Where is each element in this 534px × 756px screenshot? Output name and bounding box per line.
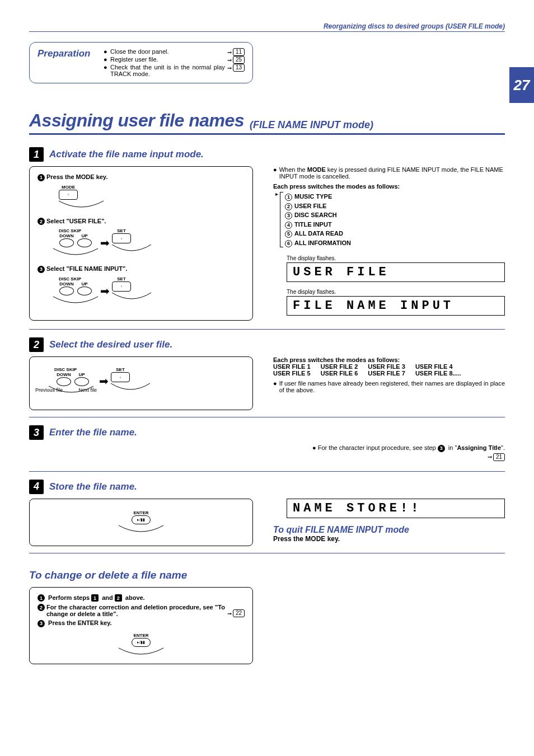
key-label: DOWN bbox=[57, 372, 71, 377]
key-label: UP bbox=[77, 233, 92, 238]
header-rule bbox=[29, 31, 505, 32]
up-key-icon bbox=[77, 287, 92, 295]
mode-item: 3DISC SEARCH bbox=[280, 210, 505, 220]
step-number: 2 bbox=[29, 337, 44, 352]
change-title: To change or delete a file name bbox=[29, 569, 505, 581]
page-ref: ➞22 bbox=[227, 609, 245, 617]
enter-key-diagram: ENTER ▸/▮▮ bbox=[119, 510, 163, 534]
step-number: 3 bbox=[29, 425, 44, 440]
step-1-content: 1Press the MODE key. MODE ◦ 2Select "USE… bbox=[29, 166, 505, 322]
page-number: 27 bbox=[509, 67, 534, 103]
section-rule bbox=[29, 553, 505, 553]
key-label: SET bbox=[112, 228, 131, 233]
arrow-right-icon: ➡ bbox=[100, 284, 110, 298]
user-file-item: USER FILE 7 bbox=[368, 370, 405, 377]
page-ref: ➞25 bbox=[227, 56, 245, 64]
mode-item: 6ALL INFORMATION bbox=[280, 238, 505, 248]
sub-label: For the character correction and deletio… bbox=[46, 604, 225, 617]
preparation-label: Preparation bbox=[38, 48, 93, 77]
sub-label: Press the MODE key. bbox=[46, 173, 107, 180]
step-3-right: ● For the character input procedure, see… bbox=[273, 444, 505, 464]
user-file-item: USER FILE 1 bbox=[273, 363, 311, 370]
sub-number-icon: 3 bbox=[38, 266, 45, 273]
key-label: DISC SKIP bbox=[53, 276, 87, 281]
prev-file-label: Previous file bbox=[35, 387, 63, 393]
sub-number-icon: 1 bbox=[38, 174, 45, 181]
note-row: ● If user file names have already been r… bbox=[273, 380, 505, 393]
set-key-icon: ◦ bbox=[111, 372, 130, 382]
key-label: DISC SKIP bbox=[49, 367, 82, 372]
note-text: If user file names have already been reg… bbox=[279, 380, 505, 393]
quit-title: To quit FILE NAME INPUT mode bbox=[273, 525, 505, 535]
note-row: ● When the MODE key is pressed during FI… bbox=[273, 166, 505, 180]
step-3-header: 3 Enter the file name. bbox=[29, 425, 505, 440]
step-4-box: ENTER ▸/▮▮ bbox=[29, 499, 253, 546]
lcd-display: USER FILE bbox=[287, 262, 505, 282]
step-title: Activate the file name input mode. bbox=[49, 149, 204, 160]
page-ref: ➞13 bbox=[227, 64, 245, 72]
lcd-caption: The display flashes. bbox=[287, 255, 505, 261]
set-key-icon: ◦ bbox=[112, 281, 131, 292]
step-1-box: 1Press the MODE key. MODE ◦ 2Select "USE… bbox=[29, 166, 253, 321]
key-label: ENTER bbox=[38, 633, 245, 638]
disc-skip-diagram: DISC SKIP DOWN UP bbox=[59, 228, 245, 257]
step-1-header: 1 Activate the file name input mode. bbox=[29, 147, 505, 162]
sub-label: Select "FILE NAME INPUT". bbox=[46, 265, 127, 272]
enter-key-icon: ▸/▮▮ bbox=[132, 638, 151, 647]
step-4-header: 4 Store the file name. bbox=[29, 480, 505, 494]
user-file-item: USER FILE 2 bbox=[321, 363, 358, 370]
section-rule bbox=[29, 417, 505, 417]
note-text: For the character input procedure, see s… bbox=[318, 444, 505, 451]
preparation-items: ● Close the door panel. ➞11 ● Register u… bbox=[104, 48, 245, 77]
step-number: 4 bbox=[29, 480, 44, 494]
enter-key-diagram: ENTER ▸/▮▮ bbox=[38, 633, 245, 657]
mode-key-diagram: MODE ◦ bbox=[59, 185, 245, 210]
key-label: UP bbox=[74, 372, 89, 377]
curve-icon bbox=[111, 382, 150, 392]
curve-icon bbox=[119, 524, 163, 534]
mode-list: ▸ 1MUSIC TYPE 2USER FILE 3DISC SEARCH 4T… bbox=[280, 192, 505, 247]
key-label: SET bbox=[111, 367, 130, 372]
key-label: ENTER bbox=[119, 510, 163, 515]
step-title: Store the file name. bbox=[49, 481, 137, 492]
prep-text: Register user file. bbox=[110, 56, 225, 63]
mode-item: 2USER FILE bbox=[280, 201, 505, 211]
note-text: When the MODE key is pressed during FILE… bbox=[279, 166, 505, 180]
sub-number-icon: 1 bbox=[38, 594, 45, 602]
step-3-content: ● For the character input procedure, see… bbox=[29, 444, 505, 464]
sub-label: Select "USER FILE". bbox=[46, 218, 106, 224]
title-main: Assigning user file names bbox=[29, 110, 244, 131]
section-rule bbox=[29, 329, 505, 330]
section-rule bbox=[29, 471, 505, 472]
breadcrumb: Reorganizing discs to desired groups (US… bbox=[29, 22, 505, 30]
each-press-heading: Each press switches the modes as follows… bbox=[273, 183, 505, 190]
curve-icon bbox=[112, 243, 151, 253]
lcd-caption: The display flashes. bbox=[287, 289, 505, 295]
key-label: MODE bbox=[59, 185, 78, 190]
key-label: DISC SKIP bbox=[53, 228, 87, 233]
lcd-display: FILE NAME INPUT bbox=[287, 296, 505, 316]
prep-item: ● Check that the unit is in the normal p… bbox=[104, 64, 245, 77]
mode-item: 1MUSIC TYPE bbox=[280, 192, 505, 201]
curve-icon bbox=[53, 295, 98, 306]
disc-skip-diagram-2: DISC SKIP DOWN UP bbox=[59, 276, 245, 306]
sub-label: Perform steps 1 and 2 above. bbox=[48, 594, 145, 601]
step-title: Select the desired user file. bbox=[49, 339, 172, 350]
note-row: ● For the character input procedure, see… bbox=[273, 444, 505, 461]
quit-action: Press the MODE key. bbox=[273, 535, 505, 543]
step-2-box: DISC SKIP DOWN UP bbox=[29, 356, 253, 410]
set-key-icon: ◦ bbox=[112, 233, 131, 243]
key-label: UP bbox=[77, 281, 92, 287]
disc-skip-diagram-3: DISC SKIP DOWN UP bbox=[49, 367, 245, 395]
step-number: 1 bbox=[29, 147, 44, 162]
change-content: 1 Perform steps 1 and 2 above. 2 For the… bbox=[29, 587, 505, 664]
preparation-box: Preparation ● Close the door panel. ➞11 … bbox=[29, 42, 253, 83]
step-title: Enter the file name. bbox=[49, 427, 137, 438]
mode-key-icon: ◦ bbox=[59, 190, 78, 200]
next-file-label: Next file bbox=[78, 387, 97, 393]
step-4-content: ENTER ▸/▮▮ NAME STORE!! To quit FILE NAM… bbox=[29, 499, 505, 546]
arrow-right-icon: ➡ bbox=[100, 236, 110, 250]
step-4-right: NAME STORE!! To quit FILE NAME INPUT mod… bbox=[273, 499, 505, 546]
title-sub: (FILE NAME INPUT mode) bbox=[250, 119, 373, 131]
key-label: DOWN bbox=[59, 233, 74, 238]
